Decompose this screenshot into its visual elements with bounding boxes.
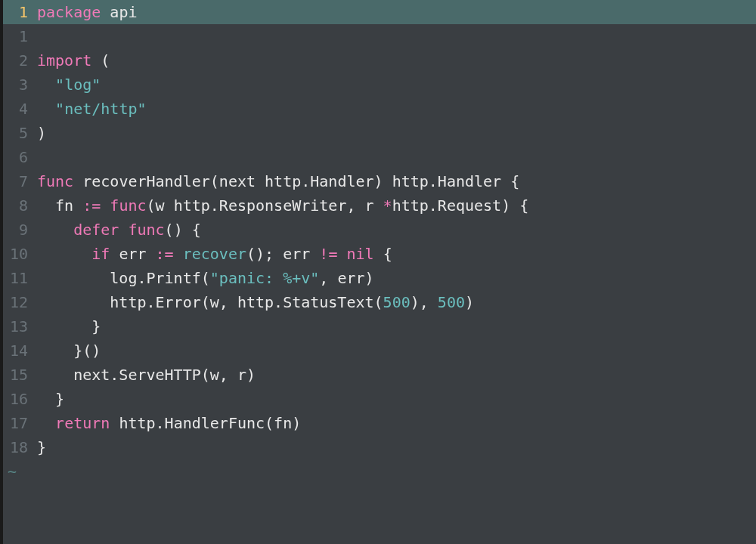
token: next.ServeHTTP xyxy=(37,366,201,384)
code-content[interactable]: return http.HandlerFunc(fn) xyxy=(37,411,756,435)
token: } xyxy=(55,390,64,408)
code-editor[interactable]: 1package api12import (3 "log"4 "net/http… xyxy=(3,0,756,544)
token: "panic: %+v" xyxy=(210,269,320,287)
line-number: 16 xyxy=(3,387,37,411)
token: w, r xyxy=(210,366,246,384)
code-content[interactable]: } xyxy=(37,387,756,411)
token: package xyxy=(37,3,101,21)
token: := xyxy=(156,245,174,263)
code-line[interactable]: 10 if err := recover(); err != nil { xyxy=(3,242,756,266)
token: ( xyxy=(210,172,219,190)
code-line[interactable]: 9 defer func() { xyxy=(3,218,756,242)
token: fn xyxy=(37,196,82,215)
code-content[interactable]: defer func() { xyxy=(37,218,756,242)
token: 500 xyxy=(383,293,411,311)
token: http.HandlerFunc xyxy=(110,414,265,432)
token: http.Error xyxy=(37,293,201,311)
token: 500 xyxy=(438,293,465,311)
line-number: 10 xyxy=(3,242,37,266)
token: () xyxy=(246,245,265,263)
code-line[interactable]: 11 log.Printf("panic: %+v", err) xyxy=(3,266,756,290)
code-line[interactable]: 15 next.ServeHTTP(w, r) xyxy=(3,363,756,387)
code-content[interactable]: log.Printf("panic: %+v", err) xyxy=(37,266,756,290)
code-line[interactable]: 6 xyxy=(3,145,756,169)
code-line[interactable]: 17 return http.HandlerFunc(fn) xyxy=(3,411,756,435)
token: ) xyxy=(37,124,46,142)
code-content[interactable]: package api xyxy=(37,0,756,24)
token: ) xyxy=(246,366,256,384)
code-line[interactable]: 16 } xyxy=(3,387,756,411)
token xyxy=(119,221,128,239)
token xyxy=(37,342,73,360)
token: import xyxy=(37,51,91,70)
token: ) xyxy=(465,293,474,311)
token: if xyxy=(91,245,110,263)
token: func xyxy=(37,172,73,190)
token: } xyxy=(37,438,46,456)
line-number: 14 xyxy=(3,338,37,363)
token: fn xyxy=(274,414,292,432)
code-line[interactable]: 1package api xyxy=(3,0,756,24)
line-number: 1 xyxy=(3,0,37,24)
token xyxy=(37,390,55,408)
code-line[interactable]: 12 http.Error(w, http.StatusText(500), 5… xyxy=(3,290,756,314)
line-number: 6 xyxy=(3,145,37,169)
code-line[interactable]: 3 "log" xyxy=(3,73,756,97)
token xyxy=(37,245,91,263)
code-line[interactable]: 8 fn := func(w http.ResponseWriter, r *h… xyxy=(3,193,756,218)
code-content[interactable]: } xyxy=(37,314,756,338)
token: recover xyxy=(183,245,246,263)
token: defer xyxy=(73,221,119,239)
code-line[interactable]: 7func recoverHandler(next http.Handler) … xyxy=(3,169,756,193)
token: { xyxy=(519,196,528,215)
line-number: 1 xyxy=(3,24,37,48)
line-number: 15 xyxy=(3,363,37,387)
token xyxy=(37,317,91,335)
token: return xyxy=(55,414,110,432)
code-content[interactable]: "log" xyxy=(37,73,756,97)
code-content[interactable]: next.ServeHTTP(w, r) xyxy=(37,363,756,387)
token: ( xyxy=(147,196,156,215)
token: nil xyxy=(346,245,373,263)
token: next http.Handler xyxy=(219,172,374,190)
token: ( xyxy=(374,293,383,311)
line-number: 4 xyxy=(3,97,37,121)
code-content[interactable]: func recoverHandler(next http.Handler) h… xyxy=(37,169,756,193)
code-line[interactable]: 2import ( xyxy=(3,48,756,73)
token xyxy=(37,76,55,94)
code-line[interactable]: 13 } xyxy=(3,314,756,338)
empty-line-tilde: ~ xyxy=(3,459,756,484)
line-number: 8 xyxy=(3,193,37,218)
code-content[interactable]: ) xyxy=(37,121,756,145)
line-number: 2 xyxy=(3,48,37,73)
token: http.Request xyxy=(392,196,502,215)
token: }() xyxy=(73,342,101,360)
code-content[interactable]: fn := func(w http.ResponseWriter, r *htt… xyxy=(37,193,756,218)
token: func xyxy=(110,196,146,215)
line-number: 7 xyxy=(3,169,37,193)
token: w http.ResponseWriter, r xyxy=(156,196,383,215)
token: ( xyxy=(265,414,274,432)
code-content[interactable]: import ( xyxy=(37,48,756,73)
code-line[interactable]: 4 "net/http" xyxy=(3,97,756,121)
token: * xyxy=(383,196,392,215)
code-content[interactable]: } xyxy=(37,435,756,459)
code-line[interactable]: 14 }() xyxy=(3,338,756,363)
token xyxy=(37,100,55,118)
code-line[interactable]: 1 xyxy=(3,24,756,48)
token: ) xyxy=(292,414,301,432)
code-line[interactable]: 18} xyxy=(3,435,756,459)
code-content[interactable]: }() xyxy=(37,338,756,363)
code-content[interactable]: http.Error(w, http.StatusText(500), 500) xyxy=(37,290,756,314)
line-number: 5 xyxy=(3,121,37,145)
token: ( xyxy=(101,51,110,70)
token: func xyxy=(128,221,164,239)
token: { xyxy=(383,245,392,263)
token xyxy=(37,221,73,239)
token xyxy=(37,414,55,432)
token xyxy=(101,196,110,215)
code-line[interactable]: 5) xyxy=(3,121,756,145)
code-content[interactable]: "net/http" xyxy=(37,97,756,121)
line-number: 11 xyxy=(3,266,37,290)
code-content[interactable]: if err := recover(); err != nil { xyxy=(37,242,756,266)
